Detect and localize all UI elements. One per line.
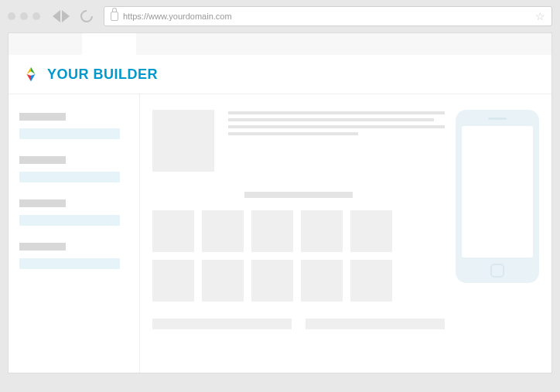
back-icon[interactable] (53, 10, 60, 22)
sidebar (9, 94, 140, 373)
thumbnail-placeholder[interactable] (301, 260, 343, 302)
content-column (152, 110, 445, 357)
sidebar-heading-placeholder (19, 199, 66, 207)
phone-screen (462, 126, 533, 257)
thumbnail-placeholder[interactable] (350, 260, 392, 302)
app-header: YOUR BUILDER (9, 55, 551, 94)
thumbnail-placeholder[interactable] (202, 210, 244, 252)
svg-marker-3 (31, 74, 36, 81)
maximize-window-icon[interactable] (32, 12, 40, 20)
hero-section (152, 110, 445, 172)
sidebar-group (19, 156, 128, 182)
sidebar-heading-placeholder (19, 156, 66, 164)
hero-text-placeholder (228, 110, 445, 172)
thumbnail-placeholder[interactable] (301, 210, 343, 252)
lock-icon (111, 12, 118, 21)
sidebar-item[interactable] (19, 128, 120, 139)
close-window-icon[interactable] (8, 12, 15, 20)
text-line-placeholder (228, 132, 358, 135)
app-window: YOUR BUILDER (8, 32, 552, 373)
sidebar-group (19, 199, 128, 226)
logo-icon (22, 66, 39, 83)
phone-speaker-icon (488, 118, 507, 120)
sidebar-item[interactable] (19, 215, 120, 226)
sidebar-heading-placeholder (19, 113, 66, 121)
sidebar-group (19, 113, 128, 139)
sidebar-heading-placeholder (19, 243, 66, 251)
footer-bars (152, 319, 445, 329)
text-line-placeholder (228, 111, 445, 114)
address-bar[interactable]: https://www.yourdomain.com ☆ (104, 6, 552, 26)
phone-mockup (456, 110, 539, 283)
text-line-placeholder (228, 125, 445, 128)
sidebar-item[interactable] (19, 172, 120, 182)
bookmark-star-icon[interactable]: ☆ (535, 10, 545, 22)
section-title-placeholder (244, 192, 353, 198)
main-content (140, 94, 551, 373)
sidebar-item[interactable] (19, 258, 120, 269)
app-body (9, 94, 551, 373)
svg-marker-1 (27, 67, 32, 74)
hero-image-placeholder (152, 110, 214, 172)
thumbnail-placeholder[interactable] (152, 260, 194, 302)
url-text: https://www.yourdomain.com (123, 12, 531, 21)
thumbnail-placeholder[interactable] (251, 260, 293, 302)
svg-marker-2 (27, 74, 32, 81)
phone-home-button-icon[interactable] (490, 264, 504, 278)
footer-bar-placeholder (152, 319, 292, 329)
forward-icon[interactable] (62, 10, 70, 22)
refresh-icon[interactable] (78, 8, 96, 26)
minimize-window-icon[interactable] (20, 12, 28, 20)
phone-preview-column (456, 110, 539, 357)
thumbnail-placeholder[interactable] (350, 210, 392, 252)
footer-bar-placeholder (306, 319, 445, 329)
svg-marker-0 (31, 67, 36, 74)
tabs-bar (9, 33, 551, 55)
thumbnail-row (152, 210, 445, 252)
thumbnail-row (152, 260, 445, 302)
thumbnail-placeholder[interactable] (152, 210, 194, 252)
window-controls (8, 12, 40, 20)
sidebar-group (19, 243, 128, 269)
thumbnail-placeholder[interactable] (251, 210, 293, 252)
browser-toolbar: https://www.yourdomain.com ☆ (0, 0, 560, 32)
text-line-placeholder (228, 118, 434, 121)
brand-title: YOUR BUILDER (47, 66, 158, 83)
active-tab[interactable] (82, 33, 136, 55)
nav-arrows (53, 10, 70, 22)
thumbnail-placeholder[interactable] (202, 260, 244, 302)
